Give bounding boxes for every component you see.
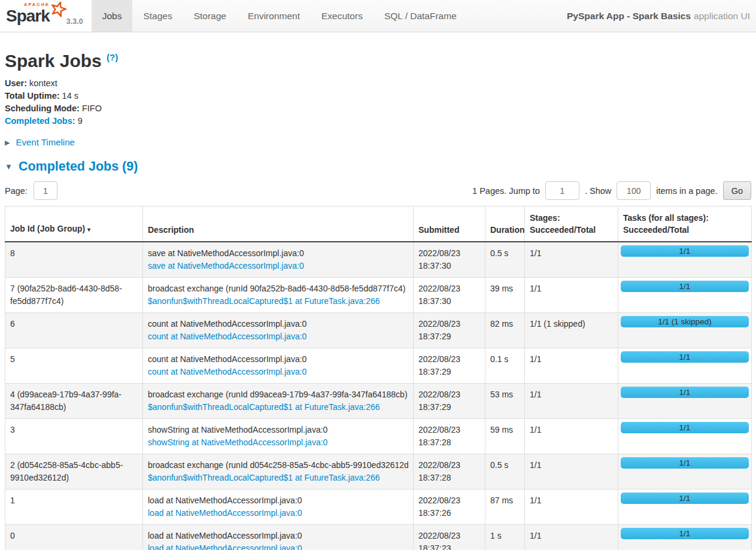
tasks-progress: 1/1 (621, 457, 749, 469)
nav-tab-storage[interactable]: Storage (183, 0, 237, 32)
submitted-cell: 2022/08/23 18:37:30 (414, 278, 485, 313)
summary-item: User: kontext (5, 77, 751, 90)
summary-label: User: (5, 78, 27, 88)
tasks-progress-bar: 1/1 (621, 245, 749, 257)
event-timeline-label[interactable]: Event Timeline (16, 137, 75, 147)
stages-cell: 1/1 (1 skipped) (525, 313, 618, 348)
job-description: load at NativeMethodAccessorImpl.java:0 (148, 530, 408, 542)
summary-value: 9 (78, 116, 83, 126)
table-row: 0 load at NativeMethodAccessorImpl.java:… (5, 525, 752, 550)
nav-tab-executors[interactable]: Executors (311, 0, 374, 32)
nav-tab-environment[interactable]: Environment (237, 0, 311, 32)
jump-to-input[interactable] (545, 181, 579, 200)
top-navbar: APACHE Spark 3.3.0 Jobs Stages Storage E… (0, 0, 756, 32)
stages-cell: 1/1 (525, 419, 618, 454)
table-row: 2 (d054c258-85a5-4cbc-abb5-9910ed32612d)… (5, 454, 752, 490)
spark-logo[interactable]: APACHE Spark 3.3.0 (0, 0, 92, 32)
tasks-progress-bar: 1/1 (621, 493, 749, 504)
col-job-id[interactable]: Job Id (Job Group) ▾ (5, 206, 143, 242)
job-id-cell: 4 (d99acea9-17b9-4a37-99fa-347fa64188cb) (5, 384, 143, 419)
table-row: 1 load at NativeMethodAccessorImpl.java:… (5, 490, 752, 525)
job-description: broadcast exchange (runId 90fa252b-8ad6-… (148, 282, 408, 295)
duration-cell: 1 s (485, 525, 525, 550)
col-stages[interactable]: Stages: Succeeded/Total (525, 206, 618, 242)
collapsed-arrow-icon: ▶ (5, 139, 10, 146)
submitted-cell: 2022/08/23 18:37:28 (414, 419, 485, 454)
job-description-link[interactable]: load at NativeMethodAccessorImpl.java:0 (148, 542, 408, 550)
duration-cell: 0.5 s (485, 454, 525, 490)
page-number-input[interactable] (34, 181, 57, 200)
stages-cell: 1/1 (525, 490, 618, 525)
submitted-cell: 2022/08/23 18:37:29 (414, 313, 485, 348)
show-items-input[interactable] (617, 181, 651, 200)
job-description: broadcast exchange (runId d054c258-85a5-… (148, 459, 408, 472)
spark-brand-name: Spark (6, 7, 50, 25)
expanded-arrow-icon: ▼ (5, 162, 13, 171)
col-tasks[interactable]: Tasks (for all stages): Succeeded/Total (618, 206, 752, 242)
job-description-link[interactable]: $anonfun$withThreadLocalCaptured$1 at Fu… (148, 401, 408, 414)
summary-label: Scheduling Mode: (5, 104, 80, 113)
submitted-cell: 2022/08/23 18:37:30 (414, 242, 485, 278)
tasks-progress-bar: 1/1 (621, 281, 749, 292)
table-row: 8 save at NativeMethodAccessorImpl.java:… (5, 242, 752, 278)
duration-cell: 59 ms (485, 419, 525, 454)
job-description-link[interactable]: save at NativeMethodAccessorImpl.java:0 (148, 260, 408, 272)
job-description: showString at NativeMethodAccessorImpl.j… (148, 424, 408, 436)
summary-item: Scheduling Mode: FIFO (5, 102, 751, 115)
summary-item: Completed Jobs: 9 (5, 115, 751, 127)
stages-cell: 1/1 (525, 525, 618, 550)
tasks-progress-label: 1/1 (679, 282, 691, 291)
pagination-top: Page: 1 Pages. Jump to . Show items in a… (5, 181, 751, 200)
submitted-cell: 2022/08/23 18:37:28 (414, 454, 485, 490)
col-description[interactable]: Description (143, 206, 414, 242)
submitted-cell: 2022/08/23 18:37:23 (414, 525, 485, 550)
duration-cell: 39 ms (485, 278, 525, 313)
job-summary-list: User: kontext Total Uptime: 14 s Schedul… (5, 77, 751, 127)
tasks-progress: 1/1 (1 skipped) (621, 316, 749, 327)
go-button[interactable]: Go (723, 181, 751, 200)
job-description-link[interactable]: count at NativeMethodAccessorImpl.java:0 (148, 330, 408, 343)
tasks-progress-label: 1/1 (679, 247, 691, 256)
jobs-table-body: 8 save at NativeMethodAccessorImpl.java:… (5, 242, 752, 550)
job-description-link[interactable]: $anonfun$withThreadLocalCaptured$1 at Fu… (148, 472, 408, 484)
tasks-progress: 1/1 (621, 281, 749, 292)
job-description: load at NativeMethodAccessorImpl.java:0 (148, 494, 408, 507)
stages-cell: 1/1 (525, 278, 618, 313)
col-submitted[interactable]: Submitted (414, 206, 485, 242)
nav-tab-stages[interactable]: Stages (132, 0, 183, 32)
job-description-link[interactable]: showString at NativeMethodAccessorImpl.j… (148, 436, 408, 449)
stages-cell: 1/1 (525, 348, 618, 384)
page-title: Spark Jobs (?) (5, 47, 751, 71)
job-description-link[interactable]: $anonfun$withThreadLocalCaptured$1 at Fu… (148, 295, 408, 308)
col-duration[interactable]: Duration (485, 206, 525, 242)
spark-version: 3.3.0 (66, 17, 83, 26)
duration-cell: 53 ms (485, 384, 525, 419)
tasks-progress: 1/1 (621, 528, 749, 539)
job-id-cell: 5 (5, 348, 143, 384)
page-label: Page: (5, 186, 28, 196)
job-id-cell: 0 (5, 525, 143, 550)
tasks-progress-label: 1/1 (679, 458, 691, 467)
completed-jobs-heading[interactable]: Completed Jobs (9) (19, 159, 138, 174)
nav-tab-jobs[interactable]: Jobs (92, 0, 133, 32)
duration-cell: 0.1 s (485, 348, 525, 384)
nav-tab-sql-dataframe[interactable]: SQL / DataFrame (374, 0, 467, 32)
help-link[interactable]: (?) (107, 52, 118, 62)
summary-value: 14 s (62, 91, 78, 101)
tasks-progress-label: 1/1 (679, 388, 691, 397)
duration-cell: 87 ms (485, 490, 525, 525)
tasks-progress-label: 1/1 (679, 423, 691, 432)
duration-cell: 0.5 s (485, 242, 525, 278)
summary-item: Total Uptime: 14 s (5, 90, 751, 102)
submitted-cell: 2022/08/23 18:37:29 (414, 384, 485, 419)
table-row: 7 (90fa252b-8ad6-4430-8d58-fe5dd877f7c4)… (5, 278, 752, 313)
sort-desc-icon: ▾ (87, 226, 90, 233)
completed-jobs-toggle[interactable]: ▼ Completed Jobs (9) (5, 159, 751, 174)
event-timeline-toggle[interactable]: ▶ Event Timeline (5, 137, 751, 147)
summary-label[interactable]: Completed Jobs: (5, 116, 75, 126)
job-description-link[interactable]: load at NativeMethodAccessorImpl.java:0 (148, 507, 408, 519)
submitted-cell: 2022/08/23 18:37:26 (414, 490, 485, 525)
tasks-progress-bar: 1/1 (621, 528, 749, 539)
job-description: broadcast exchange (runId d99acea9-17b9-… (148, 388, 408, 401)
job-description-link[interactable]: count at NativeMethodAccessorImpl.java:0 (148, 366, 408, 378)
